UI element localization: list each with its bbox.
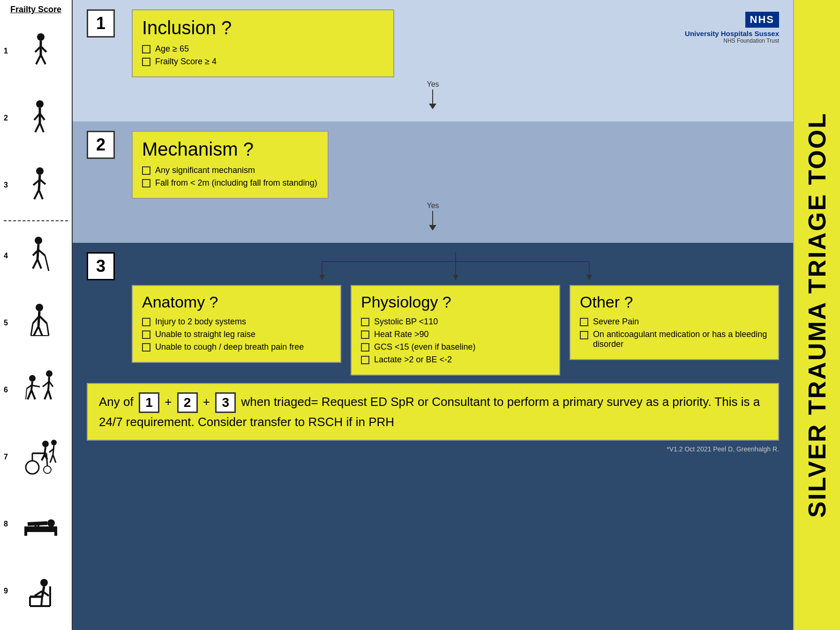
- frailty-num-8: 8: [4, 520, 13, 528]
- svg-line-37: [49, 382, 53, 387]
- anatomy-check-1: Injury to 2 body systems: [142, 317, 331, 327]
- frailty-num-7: 7: [4, 453, 13, 461]
- frailty-item-8: 8: [4, 491, 68, 556]
- summary-box-2: 2: [177, 392, 198, 413]
- physiology-check-2: Heat Rate >90: [361, 330, 550, 339]
- mech-check-2: Fall from < 2m (including fall from stan…: [142, 178, 318, 188]
- svg-line-66: [28, 523, 47, 524]
- arrow-down-1: Yes: [427, 80, 439, 109]
- svg-point-0: [37, 33, 45, 41]
- svg-point-52: [42, 441, 49, 447]
- svg-line-20: [38, 250, 45, 255]
- inclusion-box: Inclusion ? Age ≥ 65 Frailty Score ≥ 4: [132, 9, 394, 77]
- frailty-figure-7: [13, 437, 68, 477]
- checkbox-1[interactable]: [142, 45, 150, 53]
- anatomy-column: Anatomy ? Injury to 2 body systems Unabl…: [132, 285, 341, 375]
- checkbox-7[interactable]: [142, 343, 150, 352]
- anatomy-check-2: Unable to straight leg raise: [142, 330, 331, 339]
- checkbox-6[interactable]: [142, 330, 150, 339]
- frailty-item-2: 2: [4, 85, 68, 150]
- other-title: Other ?: [580, 293, 769, 311]
- svg-line-38: [45, 390, 48, 399]
- inclusion-title: Inclusion ?: [142, 17, 384, 38]
- svg-point-12: [36, 167, 44, 175]
- checkbox-3[interactable]: [142, 166, 150, 175]
- frailty-figure-2: [13, 99, 68, 137]
- step-box-1: 1: [87, 9, 115, 38]
- physiology-check-3: GCS <15 (even if baseline): [361, 342, 550, 352]
- inclusion-row: 1 Inclusion ? Age ≥ 65 Frailty Score ≥ 4…: [87, 9, 779, 77]
- arrow-head-2: [429, 225, 436, 231]
- frailty-item-7: 7: [4, 424, 68, 489]
- checkbox-2[interactable]: [142, 58, 150, 66]
- physiology-box: Physiology ? Systolic BP <110 Heat Rate …: [351, 285, 560, 375]
- checkbox-9[interactable]: [361, 330, 369, 339]
- mechanism-box: Mechanism ? Any significant mechanism Fa…: [132, 131, 329, 199]
- inclusion-check-1: Age ≥ 65: [142, 44, 384, 54]
- summary-suffix: when triaged= Request ED SpR or Consulta…: [99, 395, 760, 429]
- svg-marker-85: [586, 275, 592, 280]
- frailty-figure-9: [13, 572, 68, 610]
- frailty-figure-1: [13, 32, 68, 70]
- branch-svg-container: [132, 252, 779, 280]
- svg-point-69: [40, 579, 48, 586]
- svg-line-67: [35, 524, 36, 527]
- svg-line-15: [40, 180, 45, 184]
- arrow-line-1: [432, 90, 433, 104]
- frailty-num-6: 6: [4, 386, 13, 394]
- nhs-badge: NHS: [745, 12, 779, 28]
- svg-line-10: [35, 123, 40, 132]
- frailty-title: Frailty Score: [4, 5, 68, 15]
- nhs-line1: University Hospitals Sussex: [685, 30, 779, 38]
- step-box-2: 2: [87, 131, 115, 159]
- svg-point-48: [44, 466, 51, 473]
- arrow-down-2: Yes: [427, 202, 439, 231]
- svg-point-25: [36, 304, 43, 311]
- frailty-items: 1 2: [4, 18, 68, 625]
- frailty-dashes: [4, 220, 68, 221]
- svg-rect-64: [54, 526, 57, 536]
- mechanism-title: Mechanism ?: [142, 139, 318, 160]
- arrow-yes-2: Yes: [87, 199, 779, 233]
- svg-line-45: [28, 390, 31, 399]
- svg-point-34: [46, 370, 52, 377]
- anatomy-box: Anatomy ? Injury to 2 body systems Unabl…: [132, 285, 341, 363]
- frailty-item-6: 6: [4, 357, 68, 422]
- svg-line-21: [45, 255, 49, 271]
- yes-label-1: Yes: [427, 80, 439, 89]
- checkbox-13[interactable]: [580, 331, 588, 339]
- svg-line-60: [50, 455, 53, 463]
- checkbox-5[interactable]: [142, 318, 150, 326]
- checkbox-8[interactable]: [361, 318, 369, 326]
- svg-point-57: [51, 440, 57, 445]
- side-banner: SILVER TRAUMA TRIAGE TOOL: [793, 0, 840, 630]
- svg-line-75: [41, 597, 42, 606]
- frailty-num-5: 5: [4, 319, 13, 327]
- section-detail: 3: [73, 243, 793, 630]
- svg-line-39: [48, 390, 51, 399]
- section-mechanism: 2 Mechanism ? Any significant mechanism …: [73, 121, 793, 243]
- svg-line-29: [39, 316, 47, 323]
- frailty-item-9: 9: [4, 558, 68, 623]
- banner-text: SILVER TRAUMA TRIAGE TOOL: [805, 112, 829, 518]
- checkbox-10[interactable]: [361, 343, 369, 352]
- three-columns: Anatomy ? Injury to 2 body systems Unabl…: [132, 285, 779, 375]
- physiology-check-1: Systolic BP <110: [361, 317, 550, 327]
- frailty-num-3: 3: [4, 181, 13, 189]
- svg-point-6: [36, 100, 44, 108]
- frailty-figure-4: [13, 236, 68, 276]
- checkbox-4[interactable]: [142, 179, 150, 188]
- other-check-2: On anticoagulant medication or has a ble…: [580, 330, 769, 349]
- svg-point-40: [29, 375, 36, 382]
- checkbox-11[interactable]: [361, 356, 369, 364]
- physiology-title: Physiology ?: [361, 293, 550, 311]
- mech-check-1: Any significant mechanism: [142, 165, 318, 175]
- frailty-panel: Frailty Score 1 2: [0, 0, 73, 630]
- checkbox-12[interactable]: [580, 318, 588, 326]
- svg-line-24: [38, 259, 41, 269]
- step-box-3: 3: [87, 252, 115, 280]
- summary-box-1: 1: [139, 392, 159, 413]
- mechanism-row: 2 Mechanism ? Any significant mechanism …: [87, 131, 779, 199]
- yes-label-2: Yes: [427, 202, 439, 210]
- svg-line-13: [39, 175, 40, 190]
